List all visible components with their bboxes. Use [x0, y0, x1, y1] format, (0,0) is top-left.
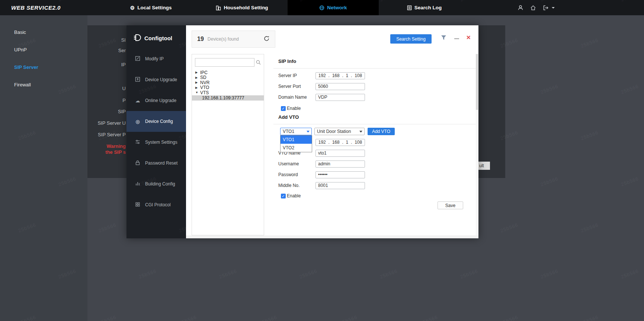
chevron-down-icon[interactable]	[552, 7, 555, 9]
gear-icon: ⚙	[130, 5, 135, 10]
sidebar-item-upnp[interactable]: UPnP	[0, 41, 87, 58]
username-label: Username	[278, 161, 314, 166]
sip-info-title: SIP Info	[278, 58, 296, 64]
collapsed-arrow-icon[interactable]: ▶	[195, 86, 198, 89]
menu-item-cgi-protocol[interactable]: CGI Protocol	[126, 194, 186, 215]
tree-node-nvr[interactable]: ▶NVR	[192, 80, 264, 85]
search-icon[interactable]	[256, 60, 261, 66]
device-upgrade-icon	[135, 77, 141, 83]
vto-enable-checkbox[interactable]	[281, 194, 286, 198]
refresh-icon[interactable]	[263, 35, 270, 43]
dropdown-option-vto2[interactable]: VTO2	[281, 144, 312, 152]
vto-select-dropdown: VTO1 VTO2	[280, 135, 312, 152]
tree-search-input[interactable]	[195, 58, 254, 67]
tab-local-settings[interactable]: ⚙ Local Settings	[105, 0, 196, 15]
filter-icon[interactable]	[441, 35, 446, 42]
configtool-main: 19 Device(s) found Search Setting ✕ ▶IPC…	[186, 25, 478, 238]
menu-item-device-config[interactable]: ◎ Device Config	[126, 111, 186, 132]
close-icon[interactable]: ✕	[466, 34, 471, 41]
minimize-icon[interactable]	[454, 38, 459, 39]
sip-enable-checkbox[interactable]	[281, 106, 286, 111]
tree-node-sd[interactable]: ▶SD	[192, 75, 264, 80]
expanded-arrow-icon[interactable]: ▼	[195, 91, 198, 94]
vto-select-value: VTO1	[283, 129, 294, 134]
vto-name-input[interactable]	[315, 150, 365, 157]
globe-icon	[319, 5, 324, 10]
device-tree: ▶IPC ▶SD ▶NVR ▶VTO ▼VTS 192.168.1.109:37…	[192, 70, 264, 101]
cut-label: U	[122, 86, 126, 91]
configtool-title: Configtool	[144, 35, 172, 41]
sidebar-item-firewall[interactable]: Firewall	[0, 76, 87, 93]
horizontal-scrollbar[interactable]	[186, 235, 478, 238]
top-right-icons	[518, 0, 555, 15]
username-input[interactable]	[315, 160, 365, 168]
user-icon[interactable]	[518, 5, 523, 11]
tree-node-ipc[interactable]: ▶IPC	[192, 70, 264, 75]
menu-item-modify-ip[interactable]: Modify IP	[126, 48, 186, 69]
ip-octet: 168	[332, 73, 340, 78]
warning-text: the SIP s	[105, 149, 126, 155]
add-vto-title: Add VTO	[278, 114, 299, 120]
watermark-text: 25b566	[580, 222, 599, 233]
menu-item-building-config[interactable]: Building Config	[126, 174, 186, 194]
sidebar-item-basic[interactable]: Basic	[0, 23, 87, 41]
tab-search-log[interactable]: Search Log	[379, 0, 470, 15]
tab-label: Network	[327, 5, 347, 10]
tab-label: Search Log	[414, 5, 442, 10]
device-address: 192.168.1.109:37777	[202, 95, 244, 101]
menu-label: Modify IP	[145, 56, 164, 61]
password-input[interactable]	[315, 171, 365, 178]
tree-device-selected[interactable]: 192.168.1.109:37777	[192, 95, 264, 101]
tree-node-vts[interactable]: ▼VTS	[192, 90, 264, 95]
tab-network[interactable]: Network	[288, 0, 379, 15]
sidebar-item-sip-server[interactable]: SIP Server	[0, 58, 87, 76]
vertical-scrollbar[interactable]	[476, 54, 478, 235]
watermark-text: 25b566	[419, 314, 439, 321]
collapsed-arrow-icon[interactable]: ▶	[195, 76, 198, 79]
cloud-icon: ☁	[135, 98, 141, 104]
grid-icon	[135, 202, 141, 208]
ip-dot: .	[342, 73, 343, 78]
top-nav-bar: WEB SERVICE2.0 ⚙ Local Settings Househol…	[0, 0, 644, 15]
modify-ip-icon	[135, 56, 141, 62]
add-vto-button[interactable]: Add VTO	[368, 128, 395, 135]
menu-item-device-upgrade[interactable]: Device Upgrade	[126, 69, 186, 90]
configtool-sidebar: Configtool Modify IP Device Upgrade ☁ On…	[126, 25, 186, 238]
logout-icon[interactable]	[543, 5, 549, 11]
menu-label: Online Upgrade	[145, 98, 176, 103]
middle-no-input[interactable]	[315, 182, 365, 189]
device-count-label: Device(s) found	[208, 36, 260, 42]
dropdown-option-vto1[interactable]: VTO1	[281, 136, 312, 144]
ip-octet: 192	[318, 140, 326, 145]
collapsed-arrow-icon[interactable]: ▶	[195, 71, 198, 74]
server-port-input[interactable]	[315, 83, 365, 90]
watermark-text: 25b566	[500, 314, 519, 321]
menu-item-system-settings[interactable]: System Settings	[126, 132, 186, 153]
server-ip-input[interactable]: 192. 168. 1. 108	[315, 72, 365, 79]
search-setting-button[interactable]: Search Setting	[390, 34, 432, 44]
vto-type-select[interactable]: Unit Door Station	[314, 128, 365, 135]
home-icon[interactable]	[530, 5, 536, 11]
collapsed-arrow-icon[interactable]: ▶	[195, 81, 198, 84]
save-button[interactable]: Save	[438, 201, 463, 209]
tree-node-vto[interactable]: ▶VTO	[192, 85, 264, 90]
scrollbar-thumb[interactable]	[476, 54, 478, 110]
tab-household-setting[interactable]: Household Setting	[196, 0, 288, 15]
menu-label: System Settings	[145, 140, 177, 145]
domain-name-input[interactable]	[315, 94, 365, 101]
ip-octet: 192	[318, 73, 326, 78]
vto-type-value: Unit Door Station	[317, 129, 351, 134]
configtool-window: Configtool Modify IP Device Upgrade ☁ On…	[126, 25, 478, 238]
vto-ip-input[interactable]: 192. 168. 1. 108	[315, 139, 365, 146]
server-port-label: Server Port	[278, 84, 314, 89]
default-button-partial[interactable]: ult	[478, 162, 490, 170]
watermark-text: 25b566	[178, 314, 198, 321]
menu-item-online-upgrade[interactable]: ☁ Online Upgrade	[126, 90, 186, 111]
caret-down-icon	[307, 131, 310, 133]
ip-octet: 1	[346, 140, 349, 145]
vto-select[interactable]: VTO1	[280, 128, 312, 135]
menu-item-password-reset[interactable]: Password Reset	[126, 153, 186, 174]
cut-label: SIP	[118, 109, 126, 114]
server-ip-label: Server IP	[278, 73, 314, 78]
watermark-text: 25b566	[540, 176, 559, 187]
